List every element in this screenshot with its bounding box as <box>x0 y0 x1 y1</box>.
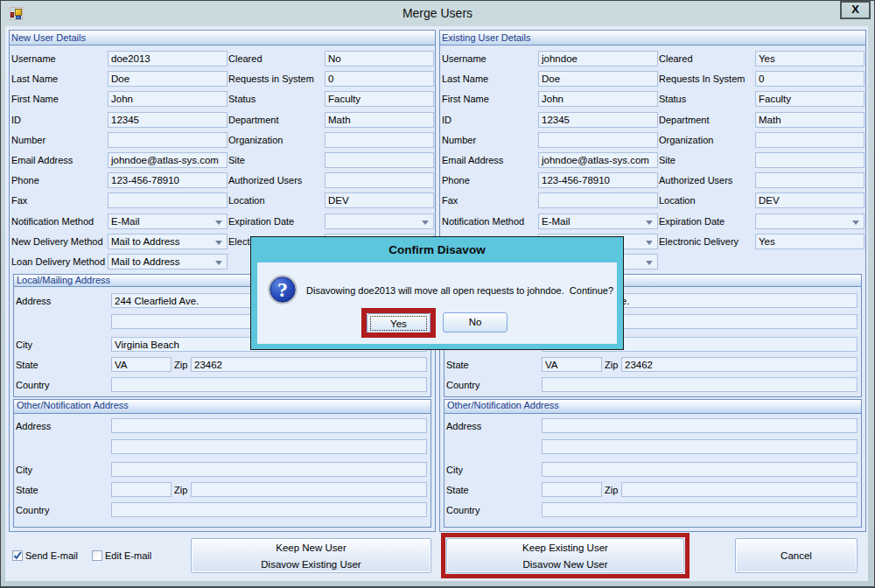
svg-text:?: ? <box>277 278 288 301</box>
